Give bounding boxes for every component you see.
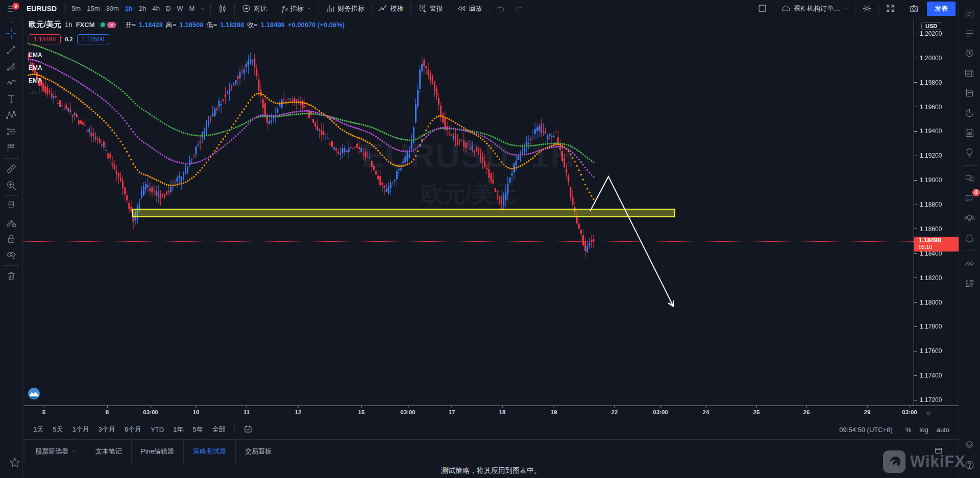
resistance-zone-drawing[interactable] xyxy=(132,209,675,217)
alert-button[interactable]: 警报 xyxy=(413,2,447,16)
private-chat-button[interactable]: 4 xyxy=(961,190,978,207)
time-axis[interactable]: 5803:001011121503:001718192203:002425262… xyxy=(23,406,959,420)
goto-date-button[interactable] xyxy=(239,423,257,437)
notifications-button[interactable] xyxy=(961,230,978,247)
date-range-button[interactable]: 1年 xyxy=(168,423,188,436)
date-range-button[interactable]: 5天 xyxy=(48,423,67,436)
snapshot-button[interactable] xyxy=(905,2,923,16)
timeframe-button[interactable]: 5m xyxy=(68,5,84,12)
help-button[interactable] xyxy=(961,457,978,474)
legend-collapse-button[interactable]: ︿ xyxy=(29,87,40,94)
public-chat-button[interactable] xyxy=(961,170,978,187)
indicator-legend-item[interactable]: EMA xyxy=(29,61,345,74)
favorites-star-button[interactable] xyxy=(5,455,24,471)
timeframe-button[interactable]: 15m xyxy=(84,5,103,12)
publish-button[interactable]: 发表 xyxy=(927,2,955,16)
symbol-button[interactable]: EURUSD xyxy=(22,5,63,13)
toolbar-handle-dot[interactable] xyxy=(11,21,12,22)
drawing-mode-button[interactable] xyxy=(2,214,21,231)
hotlists-button[interactable] xyxy=(961,105,978,122)
chart-style-button[interactable] xyxy=(213,2,232,16)
clock-readout[interactable]: 09:54:50 (UTC+8) xyxy=(839,426,892,434)
crosshair-tool-button[interactable] xyxy=(2,26,21,42)
my-ideas-button[interactable] xyxy=(961,144,978,162)
exchange-logo[interactable] xyxy=(28,387,40,400)
hamburger-menu-button[interactable]: 9 xyxy=(0,2,22,16)
financials-button[interactable]: 财务指标 xyxy=(322,2,369,16)
timezone-button[interactable]: ☼ xyxy=(925,408,932,417)
watchlist-button[interactable] xyxy=(961,25,978,42)
percent-scale-button[interactable]: % xyxy=(901,424,916,435)
gann-fib-tool-button[interactable] xyxy=(2,58,21,74)
indicator-legend-item[interactable]: EMA xyxy=(29,48,345,61)
settings-button[interactable] xyxy=(858,2,876,16)
timeframe-button[interactable]: 2h xyxy=(136,5,149,12)
forecast-tool-button[interactable] xyxy=(2,123,21,140)
timeframe-button[interactable]: W xyxy=(174,5,186,12)
flag-pattern-tool-button[interactable] xyxy=(2,140,21,156)
currency-badge[interactable]: USD xyxy=(921,22,941,30)
tab-策略测试器[interactable]: 策略测试器 xyxy=(184,440,236,463)
panels-button[interactable] xyxy=(961,5,978,22)
indicators-button[interactable]: ƒx 指标 xyxy=(277,2,315,16)
timeframe-expand-button[interactable] xyxy=(198,2,208,16)
legend-interval[interactable]: 1h xyxy=(65,21,72,29)
tab-交易面板[interactable]: 交易面板 xyxy=(236,440,281,463)
tick-mark xyxy=(914,107,917,107)
buy-price-tag[interactable]: 1.18500 xyxy=(77,34,109,44)
sell-price-tag[interactable]: 1.18498 xyxy=(29,34,61,44)
timeframe-button[interactable]: 4h xyxy=(149,5,162,12)
log-scale-button[interactable]: log xyxy=(915,424,932,435)
redo-button[interactable] xyxy=(510,2,528,16)
data-status-pill[interactable]: ≈ xyxy=(98,21,118,29)
measure-tool-button[interactable] xyxy=(2,161,21,177)
timeframe-button[interactable]: 30m xyxy=(103,5,121,12)
dom-button[interactable] xyxy=(961,255,978,272)
timeframe-button[interactable]: M xyxy=(186,5,198,12)
tab-Pine编辑器[interactable]: Pine编辑器 xyxy=(132,440,184,463)
compare-button[interactable]: 对比 xyxy=(237,2,271,16)
data-window-button[interactable] xyxy=(961,85,978,102)
legend-symbol-name[interactable]: 欧元/美元 xyxy=(29,20,61,30)
date-range-button[interactable]: 3个月 xyxy=(94,423,120,436)
remove-drawings-button[interactable] xyxy=(2,268,21,284)
cloud-layout-button[interactable]: 裸K-机构订单… xyxy=(777,2,852,16)
zoom-in-tool-button[interactable] xyxy=(2,177,21,193)
auto-scale-button[interactable]: auto xyxy=(933,424,953,435)
date-range-button[interactable]: 1天 xyxy=(29,423,48,436)
layout-select-button[interactable] xyxy=(753,2,771,16)
date-range-button[interactable]: 6个月 xyxy=(120,423,146,436)
alerts-button[interactable] xyxy=(961,45,978,62)
pattern-tool-button[interactable] xyxy=(2,107,21,123)
templates-button[interactable]: 模板 xyxy=(374,2,408,16)
replay-button[interactable]: 回放 xyxy=(453,2,486,16)
text-tool-button[interactable] xyxy=(2,91,21,107)
popup-panel-button[interactable] xyxy=(934,446,943,457)
ideas-stream-button[interactable] xyxy=(961,210,978,227)
timeframe-button[interactable]: D xyxy=(163,5,174,12)
layers-button[interactable] xyxy=(961,437,978,454)
wave-tool-button[interactable] xyxy=(2,74,21,91)
indicator-legend-item[interactable]: EMA xyxy=(29,74,345,87)
date-range-button[interactable]: YTD xyxy=(146,424,168,435)
news-button[interactable] xyxy=(961,65,978,82)
divider xyxy=(774,3,774,14)
trend-line-tool-button[interactable] xyxy=(2,42,21,58)
fullscreen-button[interactable] xyxy=(881,2,899,16)
timeframe-button[interactable]: 1h xyxy=(122,5,136,12)
magnet-mode-button[interactable] xyxy=(2,198,21,214)
lock-drawings-button[interactable] xyxy=(2,231,21,247)
calendar-button[interactable] xyxy=(961,124,978,142)
tab-股票筛选器[interactable]: 股票筛选器 xyxy=(26,440,86,463)
price-axis[interactable]: USD 1.202001.200001.198001.196001.194001… xyxy=(914,18,959,420)
hide-drawings-button[interactable] xyxy=(2,247,21,263)
tab-文本笔记[interactable]: 文本笔记 xyxy=(86,440,132,463)
object-tree-button[interactable] xyxy=(961,275,978,292)
bar-countdown: 05:10 xyxy=(919,244,959,250)
sidebar-bottom-group xyxy=(961,435,978,478)
date-range-button[interactable]: 5年 xyxy=(188,423,207,436)
date-range-button[interactable]: 1个月 xyxy=(67,423,93,436)
date-range-button[interactable]: 全部 xyxy=(208,423,230,436)
undo-button[interactable] xyxy=(492,2,510,16)
chart-pane[interactable]: EURUSD, 1H 欧元/美元 欧元/美元 1h FXCM ≈ 开=1.184… xyxy=(23,18,914,406)
